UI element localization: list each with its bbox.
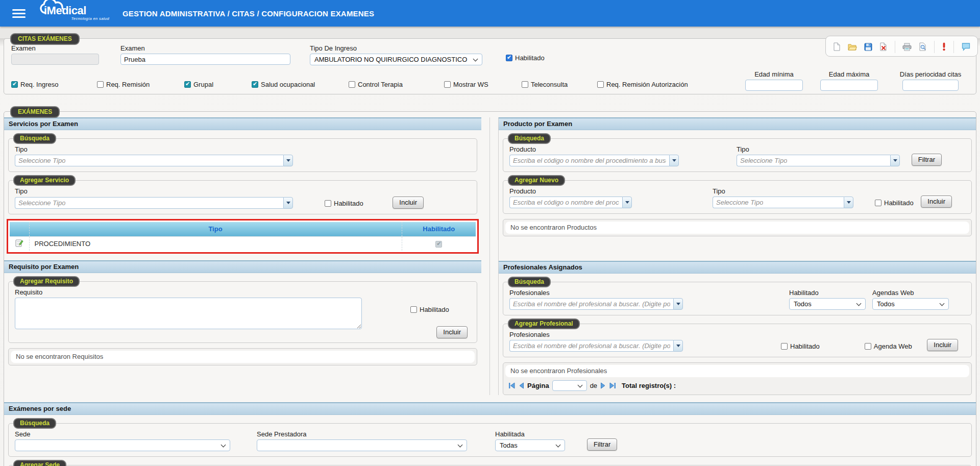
requisito-habilitado-checkbox[interactable] [410, 306, 417, 313]
delete-icon[interactable] [879, 42, 888, 51]
chevron-down-icon [577, 382, 582, 387]
req-ingreso-checkbox[interactable] [11, 81, 18, 88]
habilitada-select[interactable]: Todas [495, 439, 565, 451]
chevron-down-icon[interactable] [622, 197, 632, 208]
agregar-profesional-badge: Agregar Profesional [508, 318, 580, 329]
chevron-down-icon [940, 301, 945, 306]
profesionales-label: Profesionales [509, 289, 683, 297]
producto-label: Producto [509, 187, 632, 195]
row-tipo-value: PROCEDIMIENTO [29, 236, 402, 251]
incluir-profesional-button[interactable]: Incluir [927, 339, 958, 351]
salud-ocupacional-checkbox[interactable] [252, 81, 258, 88]
producto-busqueda-combobox[interactable]: Escriba el código o nombre del procedimi… [509, 155, 679, 166]
profesionales-busqueda-fieldset: Búsqueda Profesionales Escriba el nombre… [503, 282, 972, 315]
habilitada-label: Habilitada [495, 430, 565, 438]
agregar-profesional-combobox[interactable]: Escriba el nombre del profesional a busc… [509, 340, 683, 352]
app-logo: iMedical Tecnología en salud [44, 6, 109, 21]
dias-periocidad-field[interactable] [902, 80, 959, 91]
last-page-icon[interactable] [609, 382, 616, 389]
agregar-producto-tipo-combobox[interactable]: Seleccione Tipo [713, 197, 853, 208]
sedes-busqueda-fieldset: Búsqueda Sede Sede Prestadora Habilitada [8, 423, 972, 457]
edad-maxima-label: Edad máxima [820, 70, 878, 78]
tipo-ingreso-value: AMBULATORIO NO QUIRURGICO DIAGNOSTICO [314, 56, 467, 63]
incluir-producto-button[interactable]: Incluir [921, 195, 952, 208]
req-remision-checkbox[interactable] [97, 81, 104, 88]
de-label: de [590, 382, 597, 389]
servicios-panel-title: Servicios por Examen [4, 117, 481, 130]
grupal-checkbox[interactable] [184, 81, 191, 88]
left-column: Servicios por Examen Búsqueda Tipo Selec… [4, 117, 490, 395]
first-page-icon[interactable] [508, 382, 516, 389]
examenes-section: EXÁMENES Servicios por Examen Búsqueda T… [4, 111, 976, 466]
producto-panel-title: Producto por Examen [499, 117, 976, 130]
chevron-down-icon[interactable] [890, 155, 900, 166]
profesionales-panel-title: Profesionales Asignados [499, 261, 976, 274]
alert-icon[interactable] [942, 42, 946, 51]
table-header-actions [10, 222, 29, 236]
chevron-down-icon[interactable] [283, 197, 293, 209]
tipo-ingreso-select[interactable]: AMBULATORIO NO QUIRURGICO DIAGNOSTICO [310, 54, 482, 65]
teleconsulta-checkbox[interactable] [522, 81, 528, 88]
action-toolbar [825, 36, 978, 57]
edad-maxima-field[interactable] [820, 80, 878, 91]
menu-icon[interactable] [12, 9, 26, 18]
chevron-down-icon[interactable] [673, 298, 683, 310]
agenda-web-checkbox[interactable] [865, 343, 871, 350]
pagina-select[interactable] [552, 380, 587, 391]
preview-icon[interactable] [919, 42, 927, 51]
servicios-busqueda-tipo-combobox[interactable]: Seleccione Tipo [15, 155, 293, 166]
chevron-down-icon[interactable] [669, 155, 679, 166]
control-terapia-checkbox[interactable] [349, 81, 355, 88]
chevron-down-icon [473, 56, 478, 61]
edit-icon[interactable] [15, 239, 23, 247]
habilitado-checkbox[interactable] [506, 55, 512, 61]
agregar-requisito-badge: Agregar Requisito [13, 276, 80, 287]
mostrar-ws-checkbox[interactable] [444, 81, 451, 88]
chevron-down-icon[interactable] [844, 197, 853, 208]
chevron-down-icon[interactable] [673, 340, 683, 352]
save-icon[interactable] [864, 43, 872, 51]
requisito-label: Requisito [15, 288, 362, 296]
row-habilitado-checkbox [435, 241, 442, 248]
agregar-servicio-tipo-combobox[interactable]: Seleccione Tipo [15, 197, 293, 209]
servicio-habilitado-checkbox[interactable] [325, 200, 331, 207]
chevron-down-icon[interactable] [283, 155, 293, 166]
print-icon[interactable] [902, 43, 912, 51]
incluir-servicio-button[interactable]: Incluir [393, 197, 424, 209]
agregar-producto-combobox[interactable]: Escriba el código o nombre del procedimi… [509, 197, 632, 208]
agregar-profesional-fieldset: Agregar Profesional Profesionales Escrib… [503, 324, 972, 357]
agendas-web-select[interactable]: Todos [872, 298, 949, 310]
new-document-icon[interactable] [832, 42, 841, 51]
incluir-requisito-button[interactable]: Incluir [436, 326, 468, 338]
producto-busqueda-tipo-combobox[interactable]: Seleccione Tipo [737, 155, 900, 166]
profesionales-habilitado-select[interactable]: Todos [789, 298, 866, 310]
busqueda-badge: Búsqueda [13, 418, 56, 429]
producto-habilitado-checkbox[interactable] [875, 200, 881, 206]
next-page-icon[interactable] [600, 382, 606, 389]
chevron-down-icon [221, 442, 226, 447]
chevron-down-icon [458, 442, 463, 447]
open-folder-icon[interactable] [848, 43, 857, 51]
producto-busqueda-fieldset: Búsqueda Producto Escriba el código o no… [503, 138, 972, 172]
sedes-panel-title: Exámenes por sede [4, 402, 976, 415]
tipo-label: Tipo [15, 187, 471, 195]
filtrar-sedes-button[interactable]: Filtrar [587, 438, 617, 451]
profesionales-busqueda-combobox[interactable]: Escriba el nombre del profesional a busc… [509, 298, 683, 310]
comment-icon[interactable] [961, 42, 971, 51]
total-registros-label: Total registro(s) : [622, 382, 676, 389]
sede-prestadora-select[interactable] [257, 439, 467, 451]
toolbar-separator [953, 41, 954, 53]
profesionales-list: No se encontraron Profesionales Página d… [503, 362, 972, 395]
sede-select[interactable] [15, 439, 230, 451]
app-header: iMedical Tecnología en salud GESTION ADM… [0, 0, 980, 27]
previous-page-icon[interactable] [519, 382, 524, 389]
citas-examenes-badge: CITAS EXÁMENES [10, 33, 80, 45]
requisito-textarea[interactable] [15, 298, 362, 329]
edad-minima-field[interactable] [745, 80, 803, 91]
examen-name-field[interactable] [120, 54, 290, 65]
filtrar-productos-button[interactable]: Filtrar [912, 154, 942, 166]
chevron-down-icon [856, 301, 862, 306]
pagination: Página de Total registro(s) : [505, 377, 969, 393]
req-remision-autorizacion-checkbox[interactable] [597, 81, 604, 88]
profesional-habilitado-checkbox[interactable] [781, 343, 788, 350]
